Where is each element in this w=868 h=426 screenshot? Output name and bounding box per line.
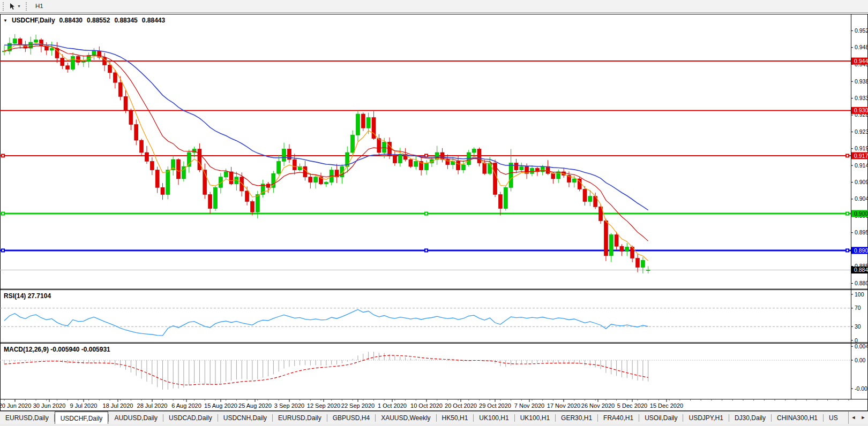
toolbar-grip — [3, 2, 4, 11]
date-axis-label: 7 Nov 2020 — [514, 402, 544, 409]
date-axis-label: 9 Jul 2020 — [70, 402, 98, 409]
chart-tab-xauusd-weekly[interactable]: XAUUSD,Weekly — [376, 412, 436, 424]
chart-tab-uk100-h1[interactable]: UK100,H1 — [474, 412, 514, 424]
date-axis-label: 1 Oct 2020 — [378, 402, 407, 409]
level-price-badge-0.94413: 0.94413 — [851, 58, 868, 65]
chart-tab-usoil-daily[interactable]: USOil,Daily — [639, 412, 683, 424]
date-axis-label: 12 Sep 2020 — [307, 402, 340, 409]
chart-window: 0.952800.948000.943200.938300.933500.928… — [0, 13, 868, 411]
cursor-tool-dropdown-icon[interactable]: ▼ — [17, 4, 21, 8]
chart-tabs: EURUSD,DailyUSDCHF,DailyAUDUSD,DailyUSDC… — [0, 412, 848, 424]
level-price-badge-0.91709: 0.91709 — [851, 152, 868, 159]
svg-text:0.89510: 0.89510 — [855, 229, 868, 235]
chart-tab-usdjpy-h1[interactable]: USDJPY,H1 — [683, 412, 728, 424]
svg-text:0.92390: 0.92390 — [855, 128, 868, 135]
svg-text:0.00: 0.00 — [855, 357, 866, 363]
svg-text:0.90950: 0.90950 — [855, 179, 868, 185]
chart-tab-usdcad-daily[interactable]: USDCAD,Daily — [163, 412, 218, 424]
chart-tab-hk50-h1[interactable]: HK50,H1 — [437, 412, 474, 424]
svg-text:0.93001: 0.93001 — [854, 107, 868, 113]
date-axis-label: 28 Jul 2020 — [137, 402, 168, 409]
chart-tab-china300-h1[interactable]: CHINA300,H1 — [772, 412, 823, 424]
toolbar-grip — [26, 2, 27, 11]
svg-text:0.91430: 0.91430 — [855, 162, 868, 169]
chart-tab-us[interactable]: US — [824, 412, 843, 424]
quote-high: 0.88552 — [87, 17, 110, 24]
date-axis-label: 17 Nov 2020 — [547, 402, 580, 409]
date-axis-label: 29 Oct 2020 — [479, 402, 511, 409]
level-price-badge-0.89002: 0.89002 — [851, 247, 868, 254]
svg-text:0: 0 — [855, 337, 858, 344]
cursor-tool-button[interactable]: ▼ — [6, 1, 23, 12]
chart-tab-gbpusd-h4[interactable]: GBPUSD,H4 — [327, 412, 375, 424]
svg-text:0.91910: 0.91910 — [855, 145, 868, 151]
date-axis-label: 6 Aug 2020 — [171, 402, 201, 409]
chart-tab-usdchf-daily[interactable]: USDCHF,Daily — [55, 412, 109, 424]
chart-tab-bar: EURUSD,DailyUSDCHF,DailyAUDUSD,DailyUSDC… — [0, 411, 868, 424]
tab-scroll-right-icon[interactable]: ► — [861, 412, 866, 424]
chart-tab-fra40-h1[interactable]: FRA40,H1 — [598, 412, 639, 424]
timeframe-button-h1[interactable]: H1 — [30, 1, 53, 12]
tab-scroll-controls: ◄ ► — [848, 412, 868, 424]
chart-tab-usdcnh-daily[interactable]: USDCNH,Daily — [218, 412, 272, 424]
level-price-badge-0.93001: 0.93001 — [851, 107, 868, 114]
chart-title: ▼ USDCHF,Daily 0.88430 0.88552 0.88345 0… — [3, 17, 165, 24]
svg-text:0.004527: 0.004527 — [855, 343, 868, 349]
svg-text:0.89002: 0.89002 — [854, 247, 868, 254]
chart-tab-eurusd-daily[interactable]: EURUSD,Daily — [273, 412, 327, 424]
date-axis-label: 3 Sep 2020 — [274, 402, 304, 409]
top-toolbar: ▼ M1M5M15M30H1H4D1W1MN — [0, 0, 868, 13]
quote-low: 0.88345 — [114, 17, 137, 24]
bottom-strip — [0, 424, 868, 426]
date-axis-label: 22 Sep 2020 — [341, 402, 375, 409]
svg-text:0.95280: 0.95280 — [855, 27, 868, 34]
crosshair-cursor-icon — [9, 3, 16, 10]
svg-text:0.91709: 0.91709 — [854, 153, 868, 159]
svg-text:0.90470: 0.90470 — [855, 195, 868, 202]
date-axis-label: 15 Aug 2020 — [204, 402, 237, 409]
chart-tab-dj30-daily[interactable]: DJ30,Daily — [729, 412, 771, 424]
chart-tab-uk100-h1[interactable]: UK100,H1 — [515, 412, 555, 424]
svg-text:0.94413: 0.94413 — [854, 58, 868, 64]
svg-text:100: 100 — [855, 291, 864, 298]
svg-text:0.90055: 0.90055 — [854, 210, 868, 217]
svg-text:70: 70 — [855, 305, 861, 311]
date-axis-label: 5 Dec 2020 — [617, 402, 647, 409]
svg-text:-0.009348: -0.009348 — [855, 385, 868, 392]
chart-tab-eurusd-daily[interactable]: EURUSD,Daily — [0, 412, 54, 424]
macd-indicator-label: MACD(12,26,9) -0.005940 -0.005931 — [4, 346, 110, 353]
date-axis-label: 25 Aug 2020 — [238, 402, 272, 409]
current-price-badge: 0.88443 — [851, 267, 868, 273]
chart-title-dropdown-icon[interactable]: ▼ — [3, 18, 8, 23]
date-axis-label: 26 Nov 2020 — [581, 402, 615, 409]
svg-text:0.93350: 0.93350 — [855, 95, 868, 101]
chart-tab-ger30-h1[interactable]: GER30,H1 — [556, 412, 597, 424]
svg-text:0.88443: 0.88443 — [854, 267, 868, 273]
date-axis-label: 20 Jun 2020 — [0, 402, 31, 409]
svg-text:0.93830: 0.93830 — [855, 78, 868, 85]
date-axis-label: 18 Jul 2020 — [103, 402, 133, 409]
quote-open: 0.88430 — [59, 17, 83, 24]
svg-text:0.88060: 0.88060 — [855, 280, 868, 286]
chart-tab-audusd-daily[interactable]: AUDUSD,Daily — [109, 412, 163, 424]
price-chart-canvas[interactable]: 0.952800.948000.943200.938300.933500.928… — [0, 13, 868, 411]
date-axis-label: 10 Oct 2020 — [410, 402, 443, 409]
quote-close: 0.88443 — [142, 17, 165, 24]
date-axis-label: 30 Jun 2020 — [33, 402, 66, 409]
tab-scroll-left-icon[interactable]: ◄ — [851, 412, 856, 424]
level-price-badge-0.90055: 0.90055 — [851, 210, 868, 217]
chart-symbol: USDCHF,Daily — [12, 17, 55, 24]
svg-text:0.94800: 0.94800 — [855, 44, 868, 50]
rsi-indicator-label: RSI(14) 27.7104 — [4, 292, 51, 300]
date-axis-label: 20 Oct 2020 — [445, 402, 477, 409]
date-axis-label: 15 Dec 2020 — [650, 402, 683, 409]
svg-text:30: 30 — [855, 323, 861, 330]
